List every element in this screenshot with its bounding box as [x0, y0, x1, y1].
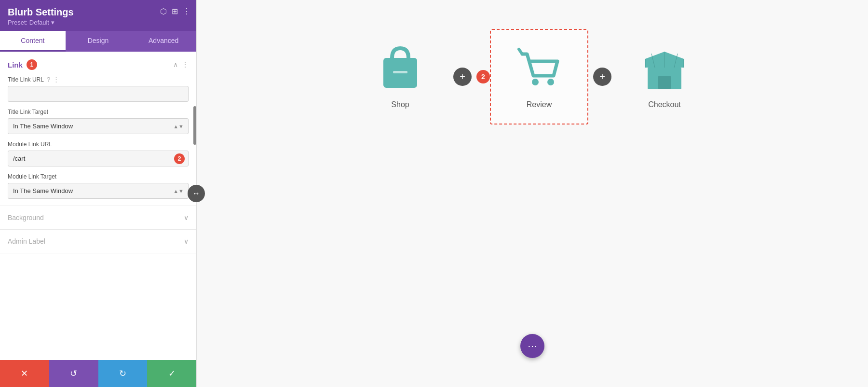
admin-label-chevron-icon: ∨	[184, 237, 189, 245]
add-after-review-button[interactable]: +	[593, 68, 611, 86]
svg-rect-1	[393, 71, 407, 73]
collapse-icon[interactable]: ∧	[173, 61, 178, 69]
title-link-target-select[interactable]: In The Same Window In A New Tab	[8, 118, 189, 134]
shop-label: Shop	[391, 100, 409, 109]
module-link-badge: 2	[174, 153, 185, 164]
blurb-item-checkout[interactable]: Checkout	[616, 30, 713, 124]
blurb-item-review[interactable]: Review	[490, 29, 588, 124]
svg-point-2	[532, 79, 539, 85]
svg-line-4	[519, 49, 522, 54]
link-section-header: Link 1 ∧ ⋮	[0, 52, 196, 76]
checkout-label: Checkout	[648, 100, 681, 109]
tab-advanced[interactable]: Advanced	[131, 31, 196, 52]
layout-icon[interactable]: ⊞	[172, 7, 178, 16]
sidebar-header-icons: ⬡ ⊞ ⋮	[160, 7, 190, 16]
sidebar: Blurb Settings Preset: Default ▾ ⬡ ⊞ ⋮ C…	[0, 0, 197, 387]
title-link-url-label: Title Link URL ? ⋮	[8, 76, 189, 83]
svg-rect-11	[658, 76, 671, 89]
cancel-button[interactable]: ✕	[0, 360, 49, 387]
module-link-url-input[interactable]	[8, 151, 189, 166]
review-label: Review	[527, 100, 552, 109]
more-icon[interactable]: ⋮	[183, 7, 190, 16]
save-button[interactable]: ✓	[147, 360, 196, 387]
admin-label-section-title: Admin Label	[8, 237, 45, 245]
resize-handle[interactable]: ↔	[188, 185, 205, 202]
title-link-url-input[interactable]	[8, 86, 189, 102]
fab-dots-icon: ⋯	[528, 340, 537, 352]
title-link-target-group: Title Link Target In The Same Window In …	[0, 109, 196, 141]
module-link-target-group: Module Link Target In The Same Window In…	[0, 173, 196, 206]
shop-icon	[376, 44, 424, 93]
title-link-target-label: Title Link Target	[8, 109, 189, 115]
sidebar-footer: ✕ ↺ ↻ ✓	[0, 360, 196, 387]
add-after-shop-button[interactable]: +	[453, 68, 472, 86]
expand-icon[interactable]: ⬡	[160, 7, 167, 16]
section-more-icon[interactable]: ⋮	[182, 61, 189, 69]
scrollbar-handle[interactable]	[193, 106, 196, 145]
background-section-title: Background	[8, 214, 44, 221]
checkout-icon	[640, 44, 689, 93]
fab-button[interactable]: ⋯	[520, 334, 544, 358]
redo-button[interactable]: ↻	[98, 360, 148, 387]
undo-button[interactable]: ↺	[49, 360, 98, 387]
tab-content[interactable]: Content	[0, 31, 66, 52]
admin-label-section[interactable]: Admin Label ∨	[0, 230, 196, 253]
title-link-url-group: Title Link URL ? ⋮	[0, 76, 196, 109]
help-icon[interactable]: ?	[47, 76, 50, 83]
module-link-url-group: Module Link URL 2	[0, 141, 196, 173]
link-badge: 1	[27, 59, 37, 70]
sidebar-header: Blurb Settings Preset: Default ▾ ⬡ ⊞ ⋮	[0, 0, 196, 31]
module-link-url-wrapper: 2	[8, 151, 189, 166]
review-position-badge: 2	[476, 70, 490, 83]
link-section-title: Link 1	[8, 59, 37, 70]
tab-design[interactable]: Design	[66, 31, 131, 52]
link-section: Link 1 ∧ ⋮ Title Link URL ? ⋮	[0, 52, 196, 206]
sidebar-preset[interactable]: Preset: Default ▾	[8, 19, 189, 26]
blurb-item-shop[interactable]: Shop	[352, 30, 448, 124]
canvas: Shop + 2 Review +	[197, 0, 868, 387]
field-more-icon[interactable]: ⋮	[53, 76, 59, 83]
module-link-target-select[interactable]: In The Same Window In A New Tab	[8, 183, 189, 199]
svg-point-3	[547, 79, 554, 85]
title-link-target-wrapper: In The Same Window In A New Tab ▲▼	[8, 118, 189, 134]
review-icon	[515, 44, 563, 93]
module-link-url-label: Module Link URL	[8, 141, 189, 148]
link-section-controls: ∧ ⋮	[173, 61, 189, 69]
background-chevron-icon: ∨	[184, 214, 189, 221]
tab-bar: Content Design Advanced	[0, 31, 196, 52]
background-section[interactable]: Background ∨	[0, 206, 196, 230]
module-link-target-wrapper: In The Same Window In A New Tab ▲▼	[8, 183, 189, 199]
blurb-row: Shop + 2 Review +	[352, 29, 713, 124]
sidebar-content: Link 1 ∧ ⋮ Title Link URL ? ⋮	[0, 52, 196, 360]
module-link-target-label: Module Link Target	[8, 173, 189, 180]
